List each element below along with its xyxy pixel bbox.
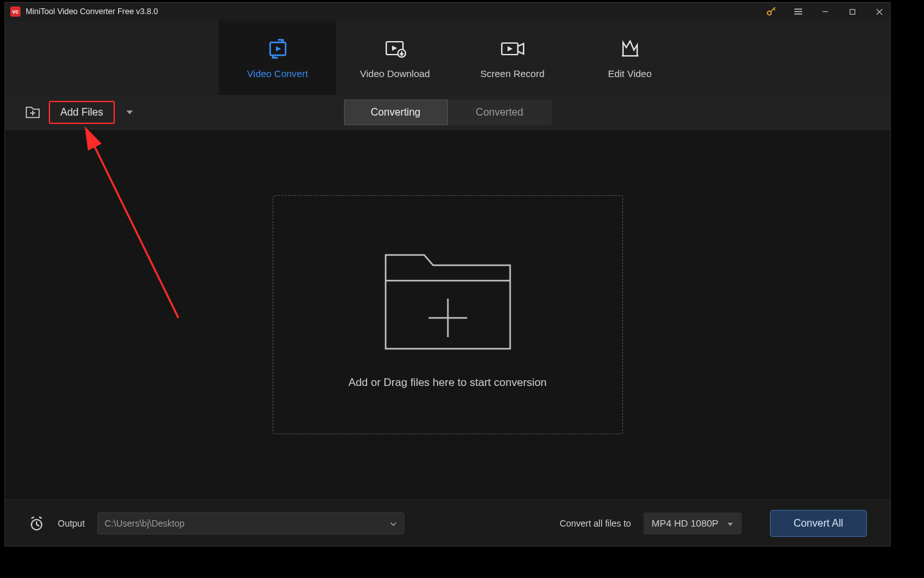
tab-label: Video Convert: [247, 68, 308, 79]
svg-marker-9: [276, 46, 281, 51]
content-area: Add or Drag files here to start conversi…: [5, 130, 890, 500]
dropzone-text: Add or Drag files here to start conversi…: [348, 376, 547, 389]
scheduler-clock-icon[interactable]: [28, 515, 45, 532]
svg-marker-16: [508, 46, 513, 51]
dropzone[interactable]: Add or Drag files here to start conversi…: [273, 195, 623, 434]
output-path-value: C:\Users\bj\Desktop: [105, 518, 184, 529]
output-format-value: MP4 HD 1080P: [651, 518, 718, 529]
titlebar-controls: [766, 6, 885, 17]
app-logo-icon: vc: [10, 6, 21, 17]
convert-all-button[interactable]: Convert All: [770, 510, 867, 537]
tab-label: Screen Record: [480, 68, 544, 79]
hamburger-menu-icon[interactable]: [792, 6, 804, 17]
svg-rect-5: [850, 9, 855, 14]
edit-video-icon: [619, 37, 642, 60]
tab-label: Video Download: [360, 68, 430, 79]
add-files-dropdown-icon[interactable]: [125, 109, 134, 116]
svg-marker-15: [518, 44, 524, 54]
convert-all-files-to-label: Convert all files to: [560, 518, 631, 529]
video-download-icon: [382, 37, 408, 60]
tab-video-convert[interactable]: Video Convert: [219, 21, 336, 95]
add-files-group: Add Files: [24, 101, 134, 124]
maximize-icon[interactable]: [846, 6, 858, 17]
screen-record-icon: [499, 37, 526, 60]
minimize-icon[interactable]: [819, 6, 831, 17]
chevron-down-icon: [389, 518, 397, 529]
svg-point-0: [767, 11, 771, 15]
app-title: MiniTool Video Converter Free v3.8.0: [26, 7, 766, 16]
titlebar: vc MiniTool Video Converter Free v3.8.0: [5, 3, 890, 21]
tab-label: Edit Video: [608, 68, 651, 79]
footer-bar: Output C:\Users\bj\Desktop Convert all f…: [5, 500, 890, 546]
chevron-down-icon: [726, 518, 734, 529]
svg-marker-11: [392, 46, 397, 51]
folder-add-icon: [381, 241, 515, 356]
svg-line-26: [37, 525, 39, 526]
tab-video-download[interactable]: Video Download: [336, 21, 454, 95]
segment-converted[interactable]: Converted: [448, 100, 552, 125]
sub-bar: Add Files Converting Converted: [5, 95, 890, 130]
main-tabs: Video Convert Video Download: [5, 21, 890, 95]
app-window: vc MiniTool Video Converter Free v3.8.0: [4, 2, 891, 547]
conversion-segment: Converting Converted: [344, 100, 552, 125]
segment-converting[interactable]: Converting: [344, 100, 448, 125]
add-file-plus-icon[interactable]: [24, 105, 41, 119]
output-label: Output: [58, 518, 85, 529]
output-format-select[interactable]: MP4 HD 1080P: [644, 512, 741, 534]
video-convert-icon: [265, 37, 291, 60]
key-icon[interactable]: [766, 6, 777, 17]
close-icon[interactable]: [873, 6, 885, 17]
svg-marker-20: [126, 110, 133, 114]
add-files-button[interactable]: Add Files: [49, 101, 115, 124]
output-path-select[interactable]: C:\Users\bj\Desktop: [98, 512, 404, 534]
svg-marker-27: [728, 523, 733, 526]
tab-screen-record[interactable]: Screen Record: [454, 21, 571, 95]
tab-edit-video[interactable]: Edit Video: [571, 21, 689, 95]
